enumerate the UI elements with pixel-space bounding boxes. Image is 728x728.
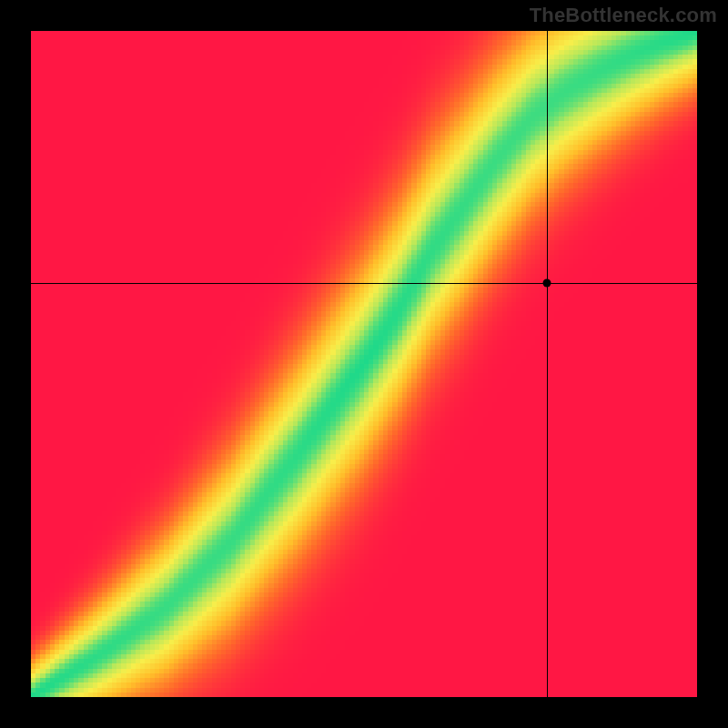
heatmap-canvas <box>31 31 697 697</box>
heatmap-plot <box>31 31 697 697</box>
chart-frame: TheBottleneck.com <box>0 0 728 728</box>
data-point-marker <box>543 278 551 287</box>
crosshair-vertical <box>547 31 548 697</box>
crosshair-horizontal <box>31 283 697 284</box>
watermark-text: TheBottleneck.com <box>530 4 717 27</box>
